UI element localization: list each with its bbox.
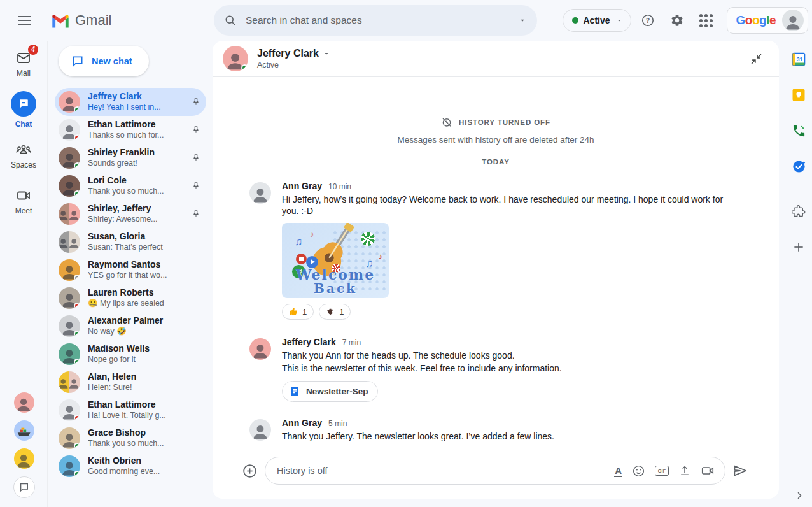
chat-preview: Good morning eve...: [88, 467, 188, 477]
collapse-chat-button[interactable]: [743, 46, 769, 71]
message-input[interactable]: History is off A GIF: [265, 457, 725, 485]
get-addons-button[interactable]: [790, 203, 807, 220]
side-panel-rail: 31: [785, 41, 812, 507]
format-text-icon: A: [614, 465, 622, 477]
music-note: ♪: [379, 252, 383, 261]
status-dot-active: [74, 471, 80, 477]
status-dot-away: [74, 275, 80, 281]
reactions-row: 1 1: [282, 304, 734, 320]
chevron-down-icon[interactable]: [323, 50, 330, 57]
tasks-button[interactable]: [790, 158, 807, 175]
chat-name: Madison Wells: [88, 343, 188, 355]
chat-list-item-jeffrey-clark[interactable]: Jeffrey ClarkHey! Yeah I sent in...: [55, 88, 206, 116]
message-text: Thank you Ann for the heads up. The sche…: [282, 350, 562, 361]
calendar-button[interactable]: 31: [790, 51, 807, 68]
chat-list-item-lauren-roberts[interactable]: Lauren Roberts🤐 My lips are sealed: [55, 284, 206, 312]
settings-button[interactable]: [664, 8, 690, 33]
chat-preview: Helen: Sure!: [88, 383, 188, 393]
chat-name: Grace Bishop: [88, 427, 188, 439]
account-avatar[interactable]: [782, 10, 804, 31]
avatar: [59, 399, 80, 421]
chat-list-item-shirley-jeffery[interactable]: Shirley, JefferyShirley: Awesome...: [55, 200, 206, 228]
welcome-back-image[interactable]: ♫ ♪ ♫ ♪ Welcome Back: [282, 223, 389, 298]
emoji-button[interactable]: [632, 464, 645, 478]
status-dot-active: [74, 359, 80, 365]
svg-text:?: ?: [645, 17, 649, 24]
keep-icon: [791, 87, 806, 103]
chevron-right-icon: [794, 490, 804, 501]
spaces-label: Spaces: [11, 161, 36, 169]
gear-icon: [670, 13, 684, 27]
chat-name: Keith Obrien: [88, 455, 188, 467]
recent-contact-avatar-ship[interactable]: [14, 420, 34, 441]
chat-list-item-madison-wells[interactable]: Madison WellsNope go for it: [55, 340, 206, 368]
chat-list-item-ethan-lattimore-2[interactable]: Ethan LattimoreHa! Love it. Totally g...: [55, 396, 206, 424]
hamburger-menu-icon[interactable]: [9, 5, 39, 36]
add-content-button[interactable]: [242, 463, 258, 479]
chat-list-sidebar: New chat Jeffrey ClarkHey! Yeah I sent i…: [48, 41, 213, 507]
recent-contact-avatar-yellow[interactable]: [14, 448, 34, 469]
group-avatar: [59, 203, 80, 225]
keep-button[interactable]: [790, 87, 807, 103]
attachment-newsletter-sep[interactable]: Newsletter-Sep: [282, 381, 378, 402]
history-notice-title: HISTORY TURNED OFF: [459, 118, 550, 126]
chat-list-item-keith-obrien[interactable]: Keith ObrienGood morning eve...: [55, 452, 206, 480]
search-options-arrow-icon[interactable]: [518, 16, 527, 25]
status-selector[interactable]: Active: [563, 9, 631, 32]
upload-button[interactable]: [678, 464, 691, 477]
chat-list-item-shirley-franklin[interactable]: Shirley FranklinSounds great!: [55, 144, 206, 172]
chat-list-item-alexander-palmer[interactable]: Alexander PalmerNo way 🤣: [55, 312, 206, 340]
voice-button[interactable]: [790, 122, 807, 139]
pin-icon: [191, 153, 201, 163]
recent-contact-avatar[interactable]: [14, 392, 34, 413]
reaction-clapping-hands[interactable]: 1: [319, 304, 351, 320]
avatar: [59, 91, 80, 113]
google-apps-button[interactable]: [694, 8, 719, 33]
chat-list-item-grace-bishop[interactable]: Grace BishopThank you so much...: [55, 424, 206, 452]
sidebar-item-spaces[interactable]: Spaces: [0, 132, 48, 178]
chat-preview: Sounds great!: [88, 159, 188, 169]
open-chat-bubble-button[interactable]: [13, 476, 35, 498]
google-account-chip[interactable]: Google: [727, 7, 808, 34]
rail-divider: [790, 189, 807, 189]
video-message-button[interactable]: [701, 464, 715, 478]
message-text: Thank you Jeffery. The newsletter looks …: [282, 431, 554, 442]
format-text-button[interactable]: A: [614, 466, 622, 476]
search-bar[interactable]: Search in chat and spaces: [214, 5, 537, 36]
help-button[interactable]: ?: [635, 8, 661, 33]
video-camera-icon: [16, 188, 31, 203]
avatar: [59, 147, 80, 169]
reaction-thumbs-up[interactable]: 1: [282, 304, 314, 320]
chat-preview: Thank you so much...: [88, 439, 188, 449]
media-dot-red: [296, 254, 307, 264]
chat-preview: Thank you so much...: [88, 187, 188, 197]
attachment-label: Newsletter-Sep: [306, 387, 368, 396]
mail-label: Mail: [17, 69, 31, 78]
chat-list-item-lori-cole[interactable]: Lori ColeThank you so much...: [55, 172, 206, 200]
sender-avatar: [249, 338, 271, 360]
sender-name: Ann Gray: [282, 181, 322, 191]
send-button[interactable]: [732, 462, 748, 479]
chat-preview: Susan: That’s perfect: [88, 243, 188, 253]
expand-side-panel-button[interactable]: [794, 490, 804, 501]
new-chat-button[interactable]: New chat: [59, 46, 149, 76]
conversation-panel: Jeffery Clark Active HISTORY TURNED OFF …: [213, 41, 779, 499]
history-off-notice: HISTORY TURNED OFF Messages sent with hi…: [213, 117, 779, 145]
chat-list-item-raymond-santos[interactable]: Raymond SantosYES go for it that wo...: [55, 256, 206, 284]
chat-preview: 🤐 My lips are sealed: [88, 299, 188, 309]
gif-button[interactable]: GIF: [655, 466, 669, 476]
chat-list-item-susan-gloria[interactable]: Susan, GloriaSusan: That’s perfect: [55, 228, 206, 256]
chat-name: Ethan Lattimore: [88, 399, 188, 411]
sidebar-item-chat[interactable]: Chat: [0, 87, 48, 132]
reaction-count: 1: [339, 307, 344, 317]
chat-list-item-alan-helen[interactable]: Alan, HelenHelen: Sure!: [55, 368, 206, 396]
avatar: [59, 315, 80, 337]
sidebar-item-meet[interactable]: Meet: [0, 178, 48, 224]
add-panel-button[interactable]: [790, 239, 807, 255]
sidebar-item-mail[interactable]: 4 Mail: [0, 41, 48, 87]
chat-list-item-ethan-lattimore[interactable]: Ethan LattimoreThanks so much for...: [55, 116, 206, 144]
chat-name: Alexander Palmer: [88, 315, 188, 327]
help-icon: ?: [641, 13, 655, 27]
send-icon: [732, 462, 748, 479]
message-ann-gray-2: Ann Gray 5 min Thank you Jeffery. The ne…: [249, 418, 764, 442]
